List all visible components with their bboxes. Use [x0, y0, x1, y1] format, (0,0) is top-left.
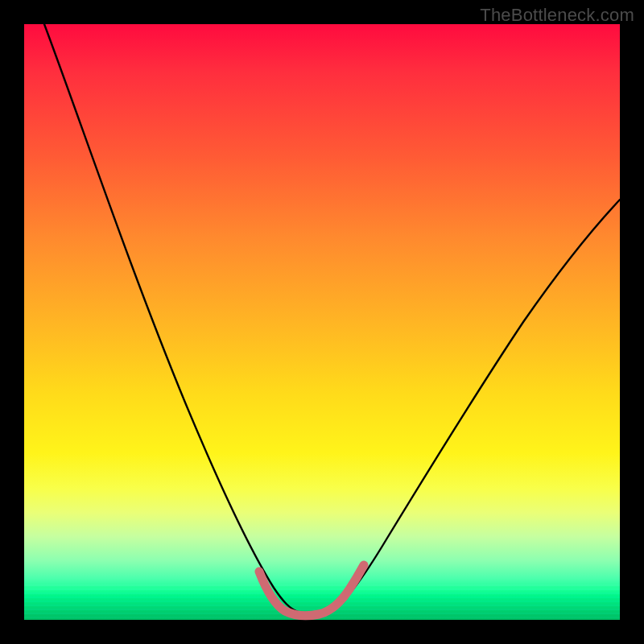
bottleneck-curve — [44, 24, 620, 614]
chart-stage: TheBottleneck.com — [0, 0, 644, 644]
plot-area — [24, 24, 620, 620]
watermark-text: TheBottleneck.com — [480, 5, 634, 26]
curve-layer — [24, 24, 620, 620]
